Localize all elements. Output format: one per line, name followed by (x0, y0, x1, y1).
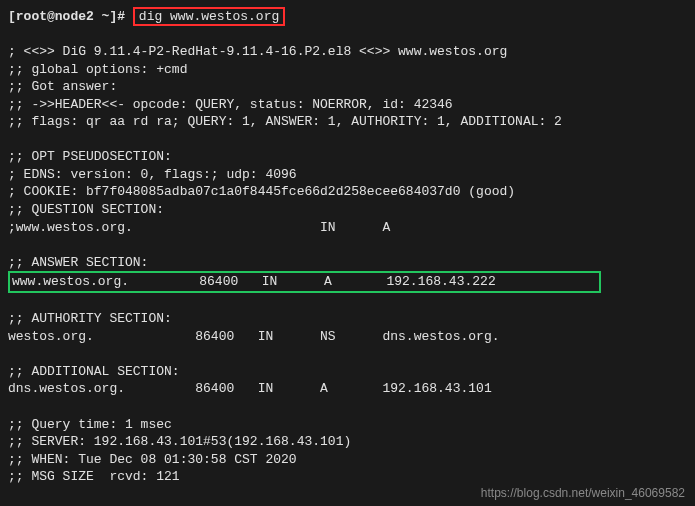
blank-line (8, 345, 687, 363)
cookie-line: ; COOKIE: bf7f048085adba07c1a0f8445fce66… (8, 183, 687, 201)
question-section-header: ;; QUESTION SECTION: (8, 201, 687, 219)
prompt-line[interactable]: [root@node2 ~]# dig www.westos.org (8, 8, 687, 26)
blank-line (8, 398, 687, 416)
query-time: ;; Query time: 1 msec (8, 416, 687, 434)
authority-row: westos.org. 86400 IN NS dns.westos.org. (8, 328, 687, 346)
flags-line: ;; flags: qr aa rd ra; QUERY: 1, ANSWER:… (8, 113, 687, 131)
server-line: ;; SERVER: 192.168.43.101#53(192.168.43.… (8, 433, 687, 451)
blank-line (8, 236, 687, 254)
command-highlight: dig www.westos.org (133, 7, 285, 26)
answer-section-header: ;; ANSWER SECTION: (8, 254, 687, 272)
msg-size: ;; MSG SIZE rcvd: 121 (8, 468, 687, 486)
dig-banner: ; <<>> DiG 9.11.4-P2-RedHat-9.11.4-16.P2… (8, 43, 687, 61)
answer-row-highlight: www.westos.org. 86400 IN A 192.168.43.22… (8, 271, 687, 293)
edns-line: ; EDNS: version: 0, flags:; udp: 4096 (8, 166, 687, 184)
additional-section-header: ;; ADDITIONAL SECTION: (8, 363, 687, 381)
header-line: ;; ->>HEADER<<- opcode: QUERY, status: N… (8, 96, 687, 114)
prompt-user-host: [root@node2 ~]# (8, 9, 125, 24)
got-answer: ;; Got answer: (8, 78, 687, 96)
blank-line (8, 131, 687, 149)
question-row: ;www.westos.org. IN A (8, 219, 687, 237)
blank-line (8, 293, 687, 311)
blank-line (8, 26, 687, 44)
when-line: ;; WHEN: Tue Dec 08 01:30:58 CST 2020 (8, 451, 687, 469)
authority-section-header: ;; AUTHORITY SECTION: (8, 310, 687, 328)
opt-pseudosection-header: ;; OPT PSEUDOSECTION: (8, 148, 687, 166)
additional-row: dns.westos.org. 86400 IN A 192.168.43.10… (8, 380, 687, 398)
global-options: ;; global options: +cmd (8, 61, 687, 79)
answer-row: www.westos.org. 86400 IN A 192.168.43.22… (8, 271, 601, 293)
watermark: https://blog.csdn.net/weixin_46069582 (481, 486, 685, 500)
